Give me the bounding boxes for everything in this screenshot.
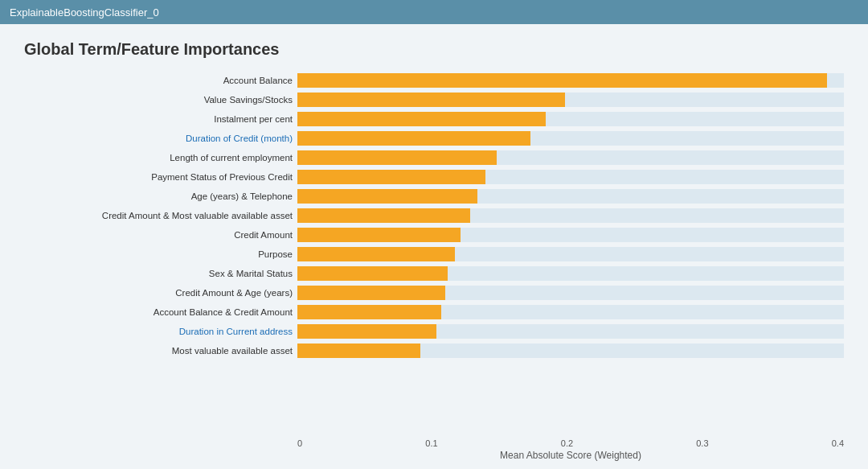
- bar-row: Credit Amount & Most valuable available …: [24, 207, 844, 224]
- bar-row: Duration of Credit (month): [24, 130, 844, 147]
- main-content: Global Term/Feature Importances Account …: [0, 24, 868, 469]
- bar-row: Age (years) & Telephone: [24, 187, 844, 205]
- x-axis-label: 0.2: [561, 438, 573, 448]
- bar-track: [297, 131, 844, 146]
- bar-row: Account Balance: [24, 72, 844, 89]
- x-axis-label: 0: [297, 438, 302, 448]
- bar-row: Length of current employment: [24, 149, 844, 167]
- x-axis-title: Mean Absolute Score (Weighted): [297, 450, 844, 461]
- bar-fill: [297, 93, 565, 107]
- bar-track: [297, 150, 844, 165]
- x-axis-labels: 00.10.20.30.4: [297, 438, 844, 448]
- bar-label: Most valuable available asset: [24, 346, 297, 356]
- bar-label: Duration of Credit (month): [24, 134, 297, 143]
- bar-row: Credit Amount & Age (years): [24, 284, 844, 302]
- bar-track: [297, 324, 844, 339]
- bar-row: Account Balance & Credit Amount: [24, 303, 844, 321]
- bar-fill: [297, 344, 420, 358]
- x-axis-label: 0.4: [832, 438, 844, 448]
- bar-fill: [297, 170, 485, 184]
- bar-label: Age (years) & Telephone: [24, 191, 297, 201]
- bar-label: Length of current employment: [24, 153, 297, 163]
- bar-row: Payment Status of Previous Credit: [24, 168, 844, 186]
- bar-track: [297, 228, 844, 242]
- bar-label: Purpose: [24, 249, 297, 259]
- bar-label: Duration in Current address: [24, 327, 297, 336]
- bar-row: Duration in Current address: [24, 323, 844, 340]
- bar-fill: [297, 208, 470, 223]
- bar-row: Most valuable available asset: [24, 342, 844, 360]
- bar-fill: [297, 305, 441, 319]
- bar-fill: [297, 73, 827, 88]
- bar-fill: [297, 286, 445, 300]
- bar-fill: [297, 112, 546, 126]
- bar-fill: [297, 189, 477, 204]
- bar-row: Instalment per cent: [24, 110, 844, 128]
- bars-container: Account BalanceValue Savings/StocksInsta…: [24, 72, 844, 437]
- bar-track: [297, 247, 844, 261]
- bar-label: Account Balance: [24, 76, 297, 85]
- bar-fill: [297, 266, 448, 281]
- bar-track: [297, 73, 844, 88]
- bar-row: Value Savings/Stocks: [24, 91, 844, 109]
- bar-fill: [297, 150, 497, 165]
- bar-track: [297, 93, 844, 107]
- bar-fill: [297, 228, 461, 242]
- bar-label: Instalment per cent: [24, 114, 297, 124]
- chart-area: Account BalanceValue Savings/StocksInsta…: [24, 72, 844, 461]
- bar-label: Value Savings/Stocks: [24, 95, 297, 105]
- bar-track: [297, 208, 844, 223]
- bar-label: Credit Amount: [24, 230, 297, 240]
- bar-track: [297, 305, 844, 319]
- bar-track: [297, 344, 844, 358]
- bar-track: [297, 266, 844, 281]
- bar-label: Payment Status of Previous Credit: [24, 172, 297, 182]
- bar-label: Credit Amount & Age (years): [24, 288, 297, 298]
- chart-title: Global Term/Feature Importances: [24, 40, 844, 59]
- bar-track: [297, 286, 844, 300]
- x-axis-label: 0.3: [696, 438, 708, 448]
- bar-label: Account Balance & Credit Amount: [24, 307, 297, 317]
- bar-row: Purpose: [24, 245, 844, 263]
- bar-fill: [297, 131, 530, 146]
- bar-track: [297, 170, 844, 184]
- bar-track: [297, 189, 844, 204]
- title-bar: ExplainableBoostingClassifier_0: [0, 0, 868, 24]
- bar-fill: [297, 324, 436, 339]
- bar-fill: [297, 247, 455, 261]
- bar-label: Sex & Marital Status: [24, 269, 297, 278]
- title-bar-label: ExplainableBoostingClassifier_0: [10, 6, 159, 19]
- bar-label: Credit Amount & Most valuable available …: [24, 211, 297, 220]
- bar-row: Credit Amount: [24, 226, 844, 244]
- bar-row: Sex & Marital Status: [24, 265, 844, 282]
- bar-track: [297, 112, 844, 126]
- x-axis-label: 0.1: [425, 438, 437, 448]
